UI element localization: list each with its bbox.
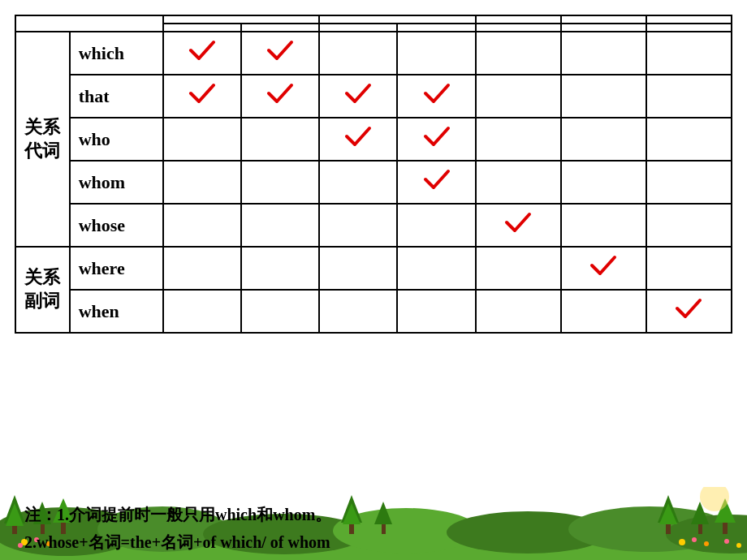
check-cell: [646, 247, 732, 290]
check-cell: [241, 118, 319, 161]
check-cell: [319, 75, 397, 118]
word-cell: whose: [70, 204, 163, 247]
check-cell: [561, 75, 646, 118]
check-cell: [241, 75, 319, 118]
word-cell: whom: [70, 161, 163, 204]
check-cell: [241, 32, 319, 75]
check-cell: [163, 75, 241, 118]
check-cell: [476, 118, 561, 161]
check-cell: [241, 204, 319, 247]
row-group-label: 关系代词: [15, 32, 70, 247]
check-cell: [241, 290, 319, 333]
check-cell: [163, 32, 241, 75]
check-cell: [241, 247, 319, 290]
word-cell: when: [70, 290, 163, 333]
table-row: 关系副词where: [15, 247, 732, 290]
word-cell: who: [70, 118, 163, 161]
table-row: 关系代词which: [15, 32, 732, 75]
main-container: 关系代词whichthatwhowhomwhose关系副词wherewhen 注…: [0, 0, 747, 560]
check-cell: [646, 204, 732, 247]
check-cell: [397, 290, 475, 333]
check-cell: [646, 161, 732, 204]
check-cell: [163, 204, 241, 247]
col-header-time: [646, 15, 732, 24]
check-cell: [319, 32, 397, 75]
check-cell: [561, 161, 646, 204]
table-row: that: [15, 75, 732, 118]
check-cell: [397, 204, 475, 247]
grammar-table: 关系代词whichthatwhowhomwhose关系副词wherewhen: [15, 15, 732, 334]
check-cell: [561, 290, 646, 333]
check-cell: [319, 290, 397, 333]
check-cell: [561, 32, 646, 75]
check-cell: [163, 161, 241, 204]
check-cell: [397, 118, 475, 161]
check-cell: [319, 204, 397, 247]
table-row: whom: [15, 161, 732, 204]
check-cell: [163, 247, 241, 290]
check-cell: [646, 290, 732, 333]
col-header-person: [319, 15, 475, 24]
check-cell: [476, 247, 561, 290]
col-header-thing: [163, 15, 319, 24]
table-row: whose: [15, 204, 732, 247]
word-cell: that: [70, 75, 163, 118]
check-cell: [163, 118, 241, 161]
check-cell: [397, 75, 475, 118]
check-cell: [163, 290, 241, 333]
content-area: 关系代词whichthatwhowhomwhose关系副词wherewhen: [0, 0, 747, 494]
check-cell: [476, 75, 561, 118]
word-cell: where: [70, 247, 163, 290]
col-sub-person-s: [319, 24, 397, 32]
check-cell: [319, 118, 397, 161]
col-header-place: [561, 15, 646, 24]
table-row: when: [15, 290, 732, 333]
word-cell: which: [70, 32, 163, 75]
check-cell: [646, 32, 732, 75]
check-cell: [241, 161, 319, 204]
check-cell: [561, 118, 646, 161]
table-row: who: [15, 118, 732, 161]
check-cell: [476, 161, 561, 204]
check-cell: [397, 161, 475, 204]
check-cell: [319, 247, 397, 290]
check-cell: [646, 118, 732, 161]
check-cell: [476, 32, 561, 75]
col-sub-person-o: [397, 24, 475, 32]
row-group-label: 关系副词: [15, 247, 70, 333]
check-cell: [319, 161, 397, 204]
check-cell: [476, 204, 561, 247]
col-sub-thing-o: [241, 24, 319, 32]
check-cell: [561, 204, 646, 247]
col-sub-thing-s: [163, 24, 241, 32]
check-cell: [476, 290, 561, 333]
note-line-2: 2.whose+名词=the+名词+of which/ of whom: [24, 528, 723, 556]
check-cell: [646, 75, 732, 118]
header-row-1: [15, 15, 732, 24]
check-cell: [561, 247, 646, 290]
notes-area: 注：1.介词提前时一般只用which和whom。 2.whose+名词=the+…: [0, 494, 747, 560]
note-line-1: 注：1.介词提前时一般只用which和whom。: [24, 501, 723, 528]
check-cell: [397, 247, 475, 290]
col-header-attributive: [476, 15, 561, 24]
check-cell: [397, 32, 475, 75]
